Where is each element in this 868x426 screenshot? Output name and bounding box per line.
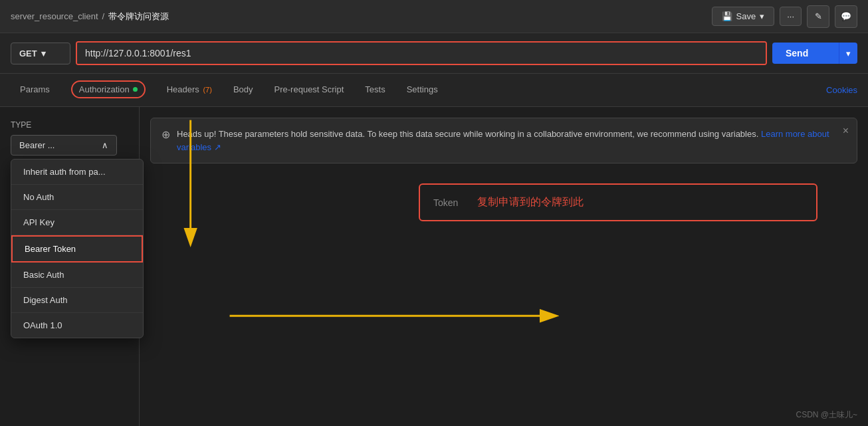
dropdown-item-basic[interactable]: Basic Auth <box>11 263 143 288</box>
tab-params[interactable]: Params <box>11 78 59 102</box>
type-label: Type <box>11 120 128 130</box>
alert-close-button[interactable]: × <box>843 125 849 137</box>
dropdown-menu: Inherit auth from pa... No Auth API Key … <box>11 159 144 338</box>
comment-button[interactable]: 💬 <box>835 5 857 28</box>
token-placeholder-text: 复制申请到的令牌到此 <box>477 195 584 209</box>
watermark: CSDN @土味儿~ <box>796 409 857 421</box>
token-area: Token 复制申请到的令牌到此 <box>419 183 817 221</box>
tab-tests[interactable]: Tests <box>356 78 394 102</box>
url-input[interactable] <box>77 43 766 64</box>
top-bar-actions: 💾 Save ▾ ··· ✎ 💬 <box>712 5 857 28</box>
top-bar: server_resource_client / 带令牌访问资源 💾 Save … <box>0 0 868 33</box>
breadcrumb-separator: / <box>102 11 105 21</box>
dropdown-item-digest[interactable]: Digest Auth <box>11 288 143 313</box>
more-button[interactable]: ··· <box>780 7 802 26</box>
breadcrumb-current: 带令牌访问资源 <box>108 11 169 23</box>
auth-type-dropdown[interactable]: Bearer ... ∧ <box>11 135 117 156</box>
auth-active-dot <box>133 87 138 92</box>
tab-headers[interactable]: Headers (7) <box>158 78 221 102</box>
save-icon: 💾 <box>722 11 732 21</box>
auth-oval: Authorization <box>71 80 146 98</box>
dropdown-container: Bearer ... ∧ Inherit auth from pa... No … <box>11 135 128 156</box>
dropdown-item-no-auth[interactable]: No Auth <box>11 185 143 210</box>
dropdown-item-bearer[interactable]: Bearer Token <box>11 235 143 263</box>
url-bar-area: GET ▾ Send ▾ <box>0 33 868 74</box>
left-panel: Type Bearer ... ∧ Inherit auth from pa..… <box>0 107 140 426</box>
save-label: Save <box>736 11 756 21</box>
breadcrumb: server_resource_client / 带令牌访问资源 <box>11 11 706 23</box>
alert-text: Heads up! These parameters hold sensitiv… <box>177 128 846 154</box>
tab-authorization[interactable]: Authorization <box>62 74 155 106</box>
alert-icon: ⊕ <box>162 128 170 141</box>
method-label: GET <box>19 49 37 58</box>
method-select[interactable]: GET ▾ <box>11 43 70 64</box>
alert-banner: ⊕ Heads up! These parameters hold sensit… <box>150 118 857 163</box>
send-dropdown-button[interactable]: ▾ <box>839 43 857 64</box>
tab-cookies[interactable]: Cookies <box>826 78 857 102</box>
right-panel: ⊕ Heads up! These parameters hold sensit… <box>140 107 868 426</box>
tabs-bar: Params Authorization Headers (7) Body Pr… <box>0 74 868 107</box>
dropdown-arrow: ∧ <box>102 140 108 150</box>
save-button[interactable]: 💾 Save ▾ <box>712 7 775 26</box>
dropdown-item-inherit[interactable]: Inherit auth from pa... <box>11 160 143 185</box>
dropdown-current-value: Bearer ... <box>19 140 54 150</box>
save-dropdown-arrow: ▾ <box>760 11 764 21</box>
dropdown-item-oauth1[interactable]: OAuth 1.0 <box>11 313 143 338</box>
url-input-wrapper <box>76 41 767 65</box>
dropdown-item-api-key[interactable]: API Key <box>11 210 143 235</box>
tab-body[interactable]: Body <box>224 78 263 102</box>
edit-button[interactable]: ✎ <box>807 5 829 28</box>
tab-settings[interactable]: Settings <box>397 78 447 102</box>
breadcrumb-parent: server_resource_client <box>11 11 98 21</box>
send-group: Send ▾ <box>772 43 857 64</box>
token-label: Token <box>433 197 467 208</box>
main-content: Type Bearer ... ∧ Inherit auth from pa..… <box>0 107 868 426</box>
send-button[interactable]: Send <box>772 43 839 64</box>
method-arrow: ▾ <box>41 49 46 58</box>
tab-pre-request[interactable]: Pre-request Script <box>265 78 354 102</box>
